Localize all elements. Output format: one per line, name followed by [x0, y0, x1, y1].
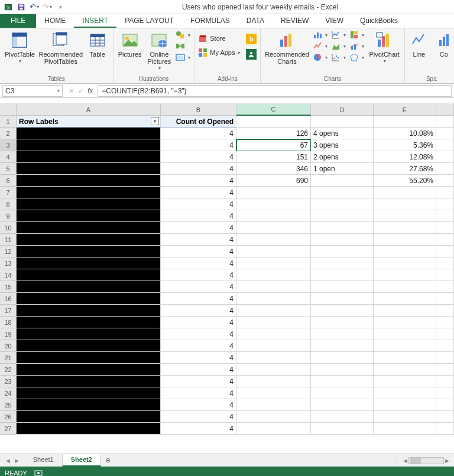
- qat-customize-icon[interactable]: ▾: [54, 1, 66, 13]
- cell[interactable]: [436, 423, 454, 435]
- cell-redacted[interactable]: [17, 187, 161, 198]
- cell[interactable]: 5.36%: [374, 139, 436, 151]
- cell[interactable]: 126: [236, 128, 311, 139]
- store-button[interactable]: Store: [197, 33, 241, 44]
- cell[interactable]: [236, 387, 311, 399]
- cell[interactable]: [374, 269, 436, 281]
- row-header[interactable]: 8: [0, 198, 17, 210]
- cell[interactable]: 4: [161, 198, 236, 210]
- row-header[interactable]: 27: [0, 423, 17, 435]
- row-header[interactable]: 6: [0, 175, 17, 187]
- table-button[interactable]: Table: [85, 30, 111, 59]
- pivotchart-button[interactable]: PivotChart▾: [367, 30, 401, 66]
- row-header[interactable]: 17: [0, 305, 17, 317]
- row-header[interactable]: 11: [0, 234, 17, 246]
- cell[interactable]: [436, 234, 454, 246]
- cell[interactable]: [374, 222, 436, 234]
- cell[interactable]: [436, 387, 454, 399]
- cell[interactable]: 2 opens: [311, 151, 374, 163]
- cell[interactable]: [374, 411, 436, 423]
- cell[interactable]: [436, 364, 454, 376]
- cell[interactable]: 4: [161, 387, 236, 399]
- cell[interactable]: 690: [236, 175, 311, 187]
- row-header[interactable]: 13: [0, 257, 17, 269]
- cell[interactable]: [374, 257, 436, 269]
- cell[interactable]: [436, 281, 454, 293]
- cell[interactable]: [236, 293, 311, 305]
- cell[interactable]: [436, 128, 454, 139]
- cell[interactable]: 4 opens: [311, 128, 374, 139]
- filter-dropdown-icon[interactable]: ▾: [151, 117, 159, 125]
- cell[interactable]: [374, 352, 436, 364]
- cell-redacted[interactable]: [17, 317, 161, 328]
- cell[interactable]: [374, 198, 436, 210]
- cell[interactable]: [436, 210, 454, 222]
- cell[interactable]: [236, 399, 311, 411]
- cell[interactable]: [436, 222, 454, 234]
- pictures-button[interactable]: Pictures: [116, 30, 144, 59]
- smartart-button[interactable]: [174, 41, 192, 51]
- cell-redacted[interactable]: [17, 399, 161, 411]
- column-header-B[interactable]: B: [161, 104, 236, 116]
- add-sheet-button[interactable]: ⊕: [101, 454, 115, 467]
- combo-chart-button[interactable]: ▾: [348, 41, 365, 51]
- cell-redacted[interactable]: [17, 387, 161, 399]
- cell[interactable]: 4: [161, 128, 236, 139]
- cell[interactable]: [311, 305, 374, 317]
- cell[interactable]: [236, 269, 311, 281]
- cell[interactable]: 4: [161, 210, 236, 222]
- column-header-A[interactable]: A: [17, 104, 161, 116]
- tab-view[interactable]: VIEW: [317, 14, 352, 28]
- cell[interactable]: [436, 257, 454, 269]
- select-all-corner[interactable]: [0, 104, 17, 116]
- cell[interactable]: [311, 198, 374, 210]
- stock-chart-button[interactable]: ▾: [330, 30, 347, 40]
- cell[interactable]: [311, 423, 374, 435]
- name-box[interactable]: C3 ▾: [2, 85, 63, 97]
- cell[interactable]: [436, 198, 454, 210]
- cell[interactable]: [436, 293, 454, 305]
- cell[interactable]: [236, 411, 311, 423]
- cell[interactable]: 4: [161, 328, 236, 340]
- cell-redacted[interactable]: [17, 293, 161, 305]
- tab-quickbooks[interactable]: QuickBooks: [352, 14, 406, 28]
- cell-header-count[interactable]: Count of Opened: [161, 116, 236, 128]
- pivottable-button[interactable]: PivotTable▾: [2, 30, 37, 66]
- cell[interactable]: 27.68%: [374, 163, 436, 175]
- cell[interactable]: 4: [161, 376, 236, 387]
- row-header[interactable]: 21: [0, 352, 17, 364]
- cell[interactable]: 10.08%: [374, 128, 436, 139]
- cell-redacted[interactable]: [17, 175, 161, 187]
- cell[interactable]: [311, 376, 374, 387]
- cell[interactable]: [236, 352, 311, 364]
- column-chart-button[interactable]: ▾: [312, 30, 329, 40]
- formula-input[interactable]: =COUNTIF(B2:B691, "=3"): [98, 85, 452, 97]
- cell[interactable]: [436, 246, 454, 257]
- tab-formulas[interactable]: FORMULAS: [182, 14, 238, 28]
- sheet-tab-sheet2[interactable]: Sheet2: [63, 454, 101, 467]
- cell[interactable]: [374, 234, 436, 246]
- row-header[interactable]: 2: [0, 128, 17, 139]
- cell-redacted[interactable]: [17, 340, 161, 352]
- cell[interactable]: [436, 352, 454, 364]
- cell-redacted[interactable]: [17, 423, 161, 435]
- cell[interactable]: [236, 246, 311, 257]
- cell[interactable]: 4: [161, 234, 236, 246]
- cell-redacted[interactable]: [17, 364, 161, 376]
- row-header[interactable]: 9: [0, 210, 17, 222]
- row-header[interactable]: 24: [0, 387, 17, 399]
- row-header[interactable]: 7: [0, 187, 17, 198]
- row-header[interactable]: 5: [0, 163, 17, 175]
- tab-review[interactable]: REVIEW: [273, 14, 317, 28]
- cell-redacted[interactable]: [17, 257, 161, 269]
- cell[interactable]: 1 open: [311, 163, 374, 175]
- cell[interactable]: 4: [161, 364, 236, 376]
- scatter-chart-button[interactable]: ▾: [330, 52, 347, 63]
- hierarchy-chart-button[interactable]: ▾: [348, 30, 365, 40]
- cell[interactable]: [436, 399, 454, 411]
- cell[interactable]: [311, 352, 374, 364]
- cell-header-row-labels[interactable]: Row Labels▾: [17, 116, 161, 128]
- fx-icon[interactable]: fx: [87, 87, 93, 95]
- cell[interactable]: [374, 423, 436, 435]
- cell[interactable]: [311, 116, 374, 128]
